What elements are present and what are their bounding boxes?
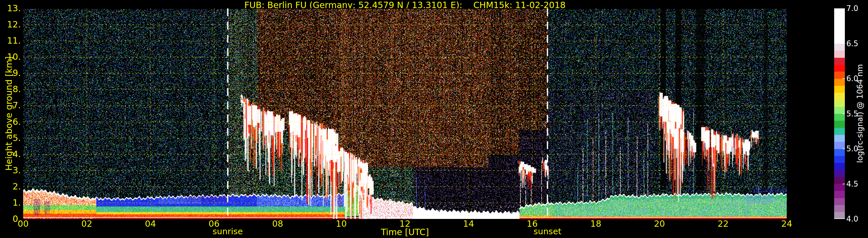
y-tick-9.: 9. [0, 69, 21, 77]
x-tick-02: 02 [81, 219, 92, 228]
colorbar-canvas [834, 8, 845, 219]
x-tick-10: 10 [336, 219, 347, 228]
y-tick-4.: 4. [0, 150, 21, 159]
x-tick-08: 08 [272, 219, 283, 228]
x-tick-00: 00 [18, 219, 29, 228]
y-tick-8.: 8. [0, 85, 21, 94]
lidar-heatmap-canvas [23, 8, 787, 219]
x-tick-24: 24 [781, 219, 792, 228]
colorbar-tick-4.0: 4.0 [846, 215, 858, 223]
x-tick-14: 14 [463, 219, 474, 228]
colorbar-tick-7.0: 7.0 [846, 5, 858, 12]
x-tick-20: 20 [654, 219, 665, 228]
x-tick-04: 04 [145, 219, 156, 228]
colorbar-tick-5.5: 5.5 [846, 110, 858, 117]
colorbar-tick-4.5: 4.5 [846, 180, 858, 188]
y-tick-12.: 12. [0, 20, 21, 29]
x-tick-22: 22 [718, 219, 728, 228]
y-tick-1.: 1. [0, 198, 21, 207]
y-tick-3.: 3. [0, 166, 21, 175]
colorbar-tick-6.5: 6.5 [846, 40, 858, 47]
y-tick-10.: 10. [0, 53, 21, 61]
y-tick-7.: 7. [0, 101, 21, 110]
y-tick-13.: 13. [0, 4, 21, 13]
y-tick-6.: 6. [0, 117, 21, 126]
y-tick-11.: 11. [0, 36, 21, 45]
x-tick-12: 12 [399, 219, 410, 228]
colorbar-tick-6.0: 6.0 [846, 75, 858, 82]
y-tick-2.: 2. [0, 182, 21, 191]
annotation-sunrise: sunrise [213, 227, 243, 236]
x-tick-18: 18 [590, 219, 601, 228]
annotation-sunset: sunset [534, 227, 561, 236]
colorbar-tick-5.0: 5.0 [846, 145, 858, 152]
y-tick-5.: 5. [0, 134, 21, 142]
ceilometer-quicklook: FUB: Berlin FU (Germany; 52.4579 N / 13.… [0, 0, 868, 238]
